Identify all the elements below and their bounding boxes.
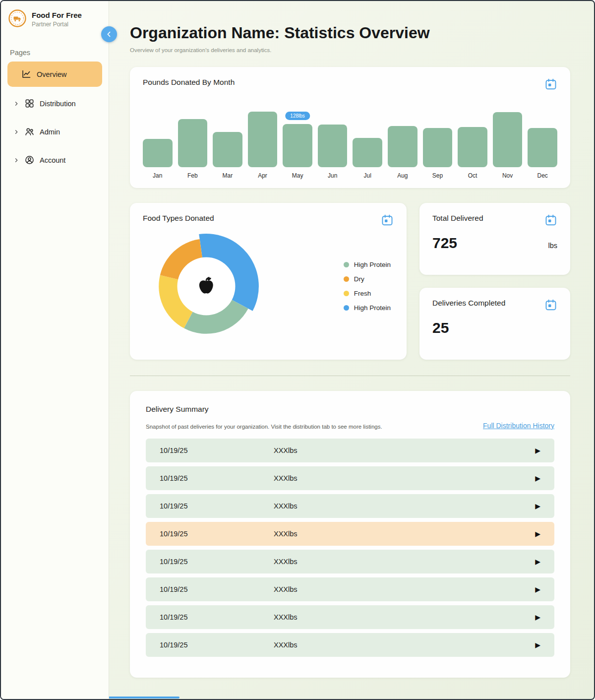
delivery-row[interactable]: 10/19/25XXXlbs▶ (146, 577, 554, 601)
donut-chart (149, 229, 264, 344)
sidebar-item-account[interactable]: Account (7, 148, 102, 172)
bar-column: May128lbs (283, 124, 312, 179)
bar-jun[interactable] (318, 125, 348, 167)
main-content: Organization Name: Statistics Overview O… (109, 1, 594, 699)
legend-item: Fresh (344, 290, 391, 297)
legend-item: Dry (344, 275, 391, 283)
calendar-icon[interactable] (381, 214, 394, 227)
delivery-weight: XXXlbs (274, 502, 298, 510)
row-expand-icon[interactable]: ▶ (535, 641, 540, 649)
full-distribution-history-link[interactable]: Full Distribution History (483, 422, 554, 430)
donut-chart-title: Food Types Donated (143, 214, 214, 223)
bar-column: Jan (143, 139, 173, 179)
row-expand-icon[interactable]: ▶ (535, 530, 540, 538)
sidebar-item-distribution[interactable]: Distribution (7, 92, 102, 115)
delivery-weight: XXXlbs (274, 641, 298, 649)
bar-mar[interactable] (213, 132, 242, 167)
bar-feb[interactable] (178, 119, 208, 167)
bar-apr[interactable] (248, 112, 278, 167)
sidebar-item-overview[interactable]: Overview (7, 62, 102, 87)
delivery-date: 10/19/25 (160, 474, 274, 482)
calendar-icon[interactable] (544, 299, 557, 312)
delivery-row[interactable]: 10/19/25XXXlbs▶ (146, 466, 554, 490)
pounds-donated-card: Pounds Donated By Month JanFebMarAprMay1… (130, 67, 570, 188)
row-expand-icon[interactable]: ▶ (535, 585, 540, 593)
chevron-right-icon (13, 157, 19, 163)
bar-column: Oct (458, 127, 487, 179)
bar-dec[interactable] (528, 128, 557, 167)
bar-column: Feb (178, 119, 208, 179)
delivery-row[interactable]: 10/19/25XXXlbs▶ (146, 605, 554, 629)
bar-label: Apr (258, 172, 267, 179)
delivery-weight: XXXlbs (274, 446, 298, 454)
delivery-row[interactable]: 10/19/25XXXlbs▶ (146, 633, 554, 657)
bar-column: Dec (528, 128, 557, 179)
grid-icon (24, 98, 35, 109)
users-icon (24, 127, 35, 137)
stat-column: Total Delivered 725 lbs (419, 203, 570, 360)
legend-label: High Protein (354, 261, 391, 268)
row-expand-icon[interactable]: ▶ (535, 502, 540, 510)
brand-name: Food For Free (32, 11, 82, 19)
donut-legend: High ProteinDryFreshHigh Protein (344, 254, 391, 318)
delivery-rows: 10/19/25XXXlbs▶10/19/25XXXlbs▶10/19/25XX… (146, 439, 554, 657)
row-expand-icon[interactable]: ▶ (535, 474, 540, 482)
sidebar-section-label: Pages (10, 49, 100, 57)
delivery-row[interactable]: 10/19/25XXXlbs▶ (146, 550, 554, 573)
delivery-date: 10/19/25 (160, 641, 274, 649)
legend-label: High Protein (354, 304, 391, 312)
app-window: Food For Free Partner Portal Pages Overv… (0, 0, 595, 700)
sidebar-item-label: Account (40, 156, 65, 164)
calendar-icon[interactable] (544, 214, 557, 227)
bar-column: Aug (388, 126, 417, 179)
brand: Food For Free Partner Portal (1, 1, 109, 34)
bar-label: Sep (432, 172, 443, 179)
delivery-weight: XXXlbs (274, 530, 298, 538)
sidebar-item-label: Distribution (40, 100, 76, 108)
bar-may[interactable] (283, 124, 312, 167)
bar-sep[interactable] (423, 128, 453, 167)
delivery-summary-title: Delivery Summary (146, 405, 554, 414)
delivery-date: 10/19/25 (160, 558, 274, 566)
bar-label: Dec (537, 172, 547, 179)
row-expand-icon[interactable]: ▶ (535, 446, 540, 454)
deliveries-completed-card: Deliveries Completed 25 (419, 288, 570, 360)
bar-aug[interactable] (388, 126, 417, 167)
chevron-right-icon (13, 129, 19, 135)
row-expand-icon[interactable]: ▶ (535, 613, 540, 621)
bar-label: Jan (153, 172, 162, 179)
delivery-date: 10/19/25 (160, 585, 274, 593)
middle-row: Food Types Donated (130, 203, 570, 360)
bar-nov[interactable] (493, 112, 523, 167)
bar-column: Nov (493, 112, 523, 179)
sidebar-item-admin[interactable]: Admin (7, 120, 102, 143)
delivery-weight: XXXlbs (274, 613, 298, 621)
delivery-row[interactable]: 10/19/25XXXlbs▶ (146, 522, 554, 546)
legend-dot-icon (344, 305, 349, 311)
collapse-sidebar-button[interactable] (101, 26, 117, 42)
total-delivered-value: 725 (432, 235, 457, 252)
delivery-date: 10/19/25 (160, 530, 274, 538)
delivery-weight: XXXlbs (274, 585, 298, 593)
bar-column: Jun (318, 125, 348, 179)
delivery-row[interactable]: 10/19/25XXXlbs▶ (146, 494, 554, 518)
bar-oct[interactable] (458, 127, 487, 167)
deliveries-completed-title: Deliveries Completed (432, 299, 505, 308)
legend-label: Dry (354, 275, 364, 283)
legend-dot-icon (344, 291, 349, 296)
sidebar-item-label: Overview (37, 70, 66, 78)
legend-dot-icon (344, 276, 349, 282)
sidebar-item-label: Admin (40, 128, 60, 136)
bar-jul[interactable] (353, 138, 382, 167)
bar-label: Mar (223, 172, 233, 179)
bar-tooltip: 128lbs (285, 112, 309, 120)
section-divider (130, 376, 570, 376)
row-expand-icon[interactable]: ▶ (535, 558, 540, 566)
bar-column: Mar (213, 132, 242, 179)
delivery-row[interactable]: 10/19/25XXXlbs▶ (146, 439, 554, 462)
bar-jan[interactable] (143, 139, 173, 167)
delivery-date: 10/19/25 (160, 502, 274, 510)
delivery-weight: XXXlbs (274, 558, 298, 566)
calendar-icon[interactable] (544, 78, 557, 91)
donut-wrap: High ProteinDryFreshHigh Protein (143, 229, 394, 344)
